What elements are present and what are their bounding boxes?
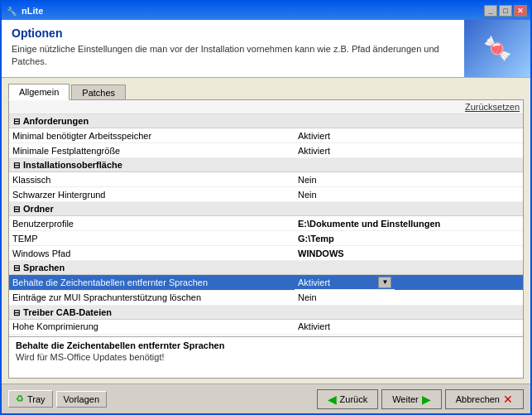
section-treiber-cab: ⊟ Treiber CAB-Dateien <box>9 305 523 319</box>
weiter-label: Weiter <box>392 394 419 404</box>
window-title: nLite <box>22 6 484 16</box>
table-row[interactable]: Behalte die Zeichentabellen entfernter S… <box>9 275 523 291</box>
section-label: Anforderungen <box>23 116 89 126</box>
footer: ♻ Tray Vorlagen ◀ Zurück Weiter ▶ Abbrec… <box>2 384 530 413</box>
table-row[interactable]: Minimal benötigter Arbeitsspeicher Aktiv… <box>9 128 523 143</box>
table-row[interactable]: Hohe Komprimierung Aktiviert <box>9 319 523 334</box>
section-label: Sprachen <box>23 263 65 273</box>
row-value: G:\Temp <box>295 231 523 246</box>
row-label: Hohe Komprimierung <box>9 319 295 334</box>
collapse-icon: ⊟ <box>12 118 21 126</box>
table-row[interactable]: Minimale Festplattengröße Aktiviert <box>9 143 523 158</box>
section-label: Installationsoberfläche <box>23 160 122 170</box>
table-row[interactable]: Klassisch Nein <box>9 172 523 187</box>
main-window: 🔧 nLite _ □ ✕ Optionen Einige nützliche … <box>0 0 532 415</box>
logo-icon: 🍬 <box>483 35 512 62</box>
back-icon: ◀ <box>328 393 337 406</box>
tab-allgemein[interactable]: Allgemein <box>8 84 69 100</box>
row-value: WINDOWS <box>295 246 523 261</box>
abbrechen-button[interactable]: Abbrechen ✕ <box>445 389 524 409</box>
panel-toolbar: Zurücksetzen <box>9 100 523 114</box>
description-text: Wird für MS-Office Updates benötigt! <box>16 352 516 362</box>
header-title: Optionen <box>12 27 454 40</box>
footer-right: ◀ Zurück Weiter ▶ Abbrechen ✕ <box>317 389 524 409</box>
collapse-icon: ⊟ <box>12 309 21 317</box>
row-label: Schwarzer Hintergrund <box>9 187 295 202</box>
table-row[interactable]: TEMP G:\Temp <box>9 231 523 246</box>
row-label: Minimale Festplattengröße <box>9 143 295 158</box>
section-ordner: ⊟ Ordner <box>9 202 523 216</box>
table-row[interactable]: Schwarzer Hintergrund Nein <box>9 187 523 202</box>
close-button[interactable]: ✕ <box>514 5 527 17</box>
row-label: Minimal benötigter Arbeitsspeicher <box>9 128 295 143</box>
abbrechen-label: Abbrechen <box>456 394 500 404</box>
header-logo: 🍬 <box>464 20 530 77</box>
collapse-icon: ⊟ <box>12 264 21 273</box>
row-value: Aktiviert <box>295 319 523 334</box>
row-label: TEMP <box>9 231 295 246</box>
vorlagen-label: Vorlagen <box>64 394 99 404</box>
row-value: Nein <box>295 290 523 305</box>
table-row[interactable]: Windows Pfad WINDOWS <box>9 246 523 261</box>
section-label: Treiber CAB-Dateien <box>23 307 112 317</box>
header-text: Optionen Einige nützliche Einstellungen … <box>2 20 464 77</box>
settings-table-container[interactable]: ⊟ Anforderungen Minimal benötigter Arbei… <box>9 114 523 336</box>
footer-left: ♻ Tray Vorlagen <box>8 390 107 408</box>
titlebar: 🔧 nLite _ □ ✕ <box>2 2 530 20</box>
reset-button[interactable]: Zurücksetzen <box>465 102 520 112</box>
table-row[interactable]: Einträge zur MUI Sprachunterstützung lös… <box>9 290 523 305</box>
tray-label: Tray <box>27 394 46 404</box>
tabs-container: Allgemein Patches <box>8 83 524 99</box>
row-value: Nein <box>295 172 523 187</box>
app-icon: 🔧 <box>5 4 18 17</box>
tray-icon: ♻ <box>16 393 24 404</box>
zuruck-button[interactable]: ◀ Zurück <box>317 389 379 409</box>
row-value: Aktiviert <box>295 143 523 158</box>
settings-panel: Zurücksetzen ⊟ Anforderungen <box>8 99 524 379</box>
section-label: Ordner <box>23 204 54 214</box>
tray-button[interactable]: ♻ Tray <box>8 390 53 408</box>
section-installationsoberflaeche: ⊟ Installationsoberfläche <box>9 158 523 172</box>
row-label: Behalte die Zeichentabellen entfernter S… <box>9 275 295 291</box>
zuruck-label: Zurück <box>340 394 368 404</box>
main-content: Allgemein Patches Zurücksetzen ⊟ <box>2 78 530 384</box>
row-label: Einträge zur MUI Sprachunterstützung lös… <box>9 290 295 305</box>
settings-table: ⊟ Anforderungen Minimal benötigter Arbei… <box>9 114 523 335</box>
header-banner: Optionen Einige nützliche Einstellungen … <box>2 20 530 78</box>
forward-icon: ▶ <box>422 393 431 406</box>
header-description: Einige nützliche Einstellungen die man v… <box>12 43 454 69</box>
cancel-icon: ✕ <box>503 393 513 406</box>
tab-patches[interactable]: Patches <box>71 84 126 100</box>
minimize-button[interactable]: _ <box>484 5 497 17</box>
row-value: Nein <box>295 187 523 202</box>
description-box: Behalte die Zeichentabellen entfernter S… <box>9 336 523 378</box>
collapse-icon: ⊟ <box>12 162 21 170</box>
row-value: E:\Dokumente und Einstellungen <box>295 216 523 231</box>
dropdown-arrow-icon[interactable]: ▼ <box>378 277 391 288</box>
vorlagen-button[interactable]: Vorlagen <box>56 391 107 408</box>
row-label: Benutzerprofile <box>9 216 295 231</box>
description-title: Behalte die Zeichentabellen entfernter S… <box>16 340 516 350</box>
collapse-icon: ⊟ <box>12 205 21 214</box>
row-label: Klassisch <box>9 172 295 187</box>
maximize-button[interactable]: □ <box>499 5 512 17</box>
weiter-button[interactable]: Weiter ▶ <box>381 389 442 409</box>
titlebar-buttons: _ □ ✕ <box>484 5 527 17</box>
section-sprachen: ⊟ Sprachen <box>9 261 523 275</box>
row-value: Aktiviert ▼ <box>295 275 395 290</box>
table-row[interactable]: Benutzerprofile E:\Dokumente und Einstel… <box>9 216 523 231</box>
row-value: Aktiviert <box>295 128 523 143</box>
section-anforderungen: ⊟ Anforderungen <box>9 114 523 128</box>
row-label: Windows Pfad <box>9 246 295 261</box>
